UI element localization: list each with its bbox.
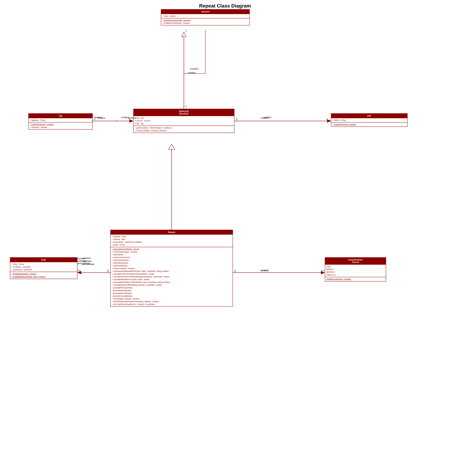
contains-date-label: contains startDate and endDate <box>77 257 90 265</box>
svg-marker-10 <box>169 144 175 149</box>
info-fields: + fullInfo : String <box>331 118 407 122</box>
repeat-method-11: + calculateForGivenYearMonthRange(YearMo… <box>112 275 231 278</box>
tag-fields: + tagName : String <box>29 118 92 122</box>
date-header: Date <box>10 258 77 262</box>
repeat-method-4: + setAmount(Amount) <box>112 256 231 259</box>
contains-amount-label: contains <box>190 67 199 70</box>
repeat-method-12: + calculateWkOrMthOrYr(Date, Date) : dou… <box>112 278 231 281</box>
contains-tag-left: contains <box>94 116 102 118</box>
repeat-method-18: - generateAnnuallyDate() <box>112 295 231 297</box>
repeat-method-19: - checkDaily(LocalDate) : boolean <box>112 297 231 300</box>
tag-header: Tag <box>29 114 92 118</box>
info-methods: + isValidInfo(String) :boolean; <box>331 122 407 127</box>
repeat-method-8: + isOn(LocalDate) : boolean <box>112 267 231 270</box>
date-method-2: + isValidDateRange(Date, Date) : boolean <box>12 275 76 278</box>
period-header-line2: Period <box>327 261 384 264</box>
info-header: Info <box>331 114 407 118</box>
amount-fields: + value : double <box>161 14 249 18</box>
period-header: «enumeration» Period <box>325 258 386 264</box>
date-class: Date + value : String + localDate : Loca… <box>10 257 77 279</box>
amount-header: Amount <box>161 10 249 14</box>
baseexp-methods: + getUICard(int) : UiPart<Region> { abst… <box>134 126 234 133</box>
repeat-method-6: + setEndDate(Date) <box>112 262 231 264</box>
date-field-1: + value : String <box>12 263 76 265</box>
svg-text:1: 1 <box>326 118 328 120</box>
repeat-fields: - startDate : Date - endDate : Date - re… <box>111 234 233 247</box>
diagram-container: Repeat Class Diagram Amount + value : do… <box>0 0 450 476</box>
repeat-field-3: - relevantDate : HashSet<LocalDate> <box>112 241 231 243</box>
info-class: Info + fullInfo : String + isValidInfo(S… <box>331 113 408 127</box>
baseexp-field-1: # info : Info <box>135 117 233 119</box>
period-class: «enumeration» Period DAILY WEEKLY MONTHL… <box>325 257 386 282</box>
contains-period-label: contains <box>261 269 268 272</box>
mult-info-1b: 1 <box>329 119 330 122</box>
period-field-4: ANNUALLY <box>326 274 385 276</box>
repeat-method-3: + setInfo(Info) <box>112 253 231 256</box>
svg-marker-4 <box>182 32 186 37</box>
period-methods: isValidPeriod(String) : boolean <box>325 277 386 281</box>
period-method-1: isValidPeriod(String) : boolean <box>326 278 385 281</box>
baseexp-header-line1: {abstract} <box>135 110 233 112</box>
tag-method-2: + isEmpty() : boolean <box>30 126 91 129</box>
repeat-method-9: + calculateDailyRepeatMonth(Date, Date) … <box>112 270 231 273</box>
mult-period-1a: 1 <box>234 269 236 272</box>
baseexp-header-line2: BaseExp <box>135 112 233 115</box>
baseexp-field-2: # amount : Amount <box>135 119 233 122</box>
amount-methods: + isValidAmount(double) : boolean + isVa… <box>161 18 249 25</box>
mult-info-1a: 1 <box>236 119 237 122</box>
info-method-1: + isValidInfo(String) :boolean; <box>332 123 406 126</box>
svg-text:2: 2 <box>79 270 80 272</box>
repeat-method-1: + generatePeriod(String) : Period <box>112 248 231 251</box>
repeat-method-20: - checkWeeklyOrMonthlyOrAnnually(LocalDa… <box>112 300 231 303</box>
diagram-title: Repeat Class Diagram <box>0 0 450 9</box>
baseexp-header: {abstract} BaseExp <box>134 109 234 116</box>
tag-class: Tag + tagName : String + isValidTagStrin… <box>28 113 93 129</box>
period-fields: DAILY WEEKLY MONTHLY ANNUALLY <box>325 264 386 277</box>
repeat-method-7: + setPeriod(String) <box>112 264 231 267</box>
repeat-method-16: - generateWeeklyDate() <box>112 289 231 292</box>
info-field-1: + fullInfo : String <box>332 119 406 122</box>
repeat-field-1: - startDate : Date <box>112 235 231 238</box>
svg-text:1: 1 <box>185 29 187 32</box>
amount-class: Amount + value : double + isValidAmount(… <box>161 9 250 25</box>
repeat-method-17: - generateMonthlyDate() <box>112 292 231 295</box>
repeat-methods: + generatePeriod(String) : Period + Chec… <box>111 247 233 306</box>
mult-tag-1b: 1 <box>116 119 117 122</box>
svg-text:contains: contains <box>188 71 196 74</box>
mult-date-2: 2 <box>77 269 79 272</box>
repeat-class: Repeat - startDate : Date - endDate : Da… <box>110 230 233 307</box>
repeat-method-21: - isOnYearMonth(YearMonth) : ArrayList <… <box>112 303 231 306</box>
period-field-1: DAILY <box>326 265 385 268</box>
date-field-2: + localDate : LocalDate <box>12 265 76 268</box>
repeat-method-2: + CheckDateRange() : boolean <box>112 251 231 253</box>
period-header-line1: «enumeration» <box>327 259 384 261</box>
date-field-3: + yearMonth : YearMonth <box>12 268 76 271</box>
baseexp-method-1: + getUICard(int) : UiPart<Region> { abst… <box>135 127 233 129</box>
mult-period-1b: 1 <box>323 269 325 272</box>
svg-text:1: 1 <box>321 270 322 272</box>
amount-method-1: + isValidAmount(double) : boolean <box>162 19 248 22</box>
repeat-method-10: + calculateForGivenYearMonth(YearMonth) … <box>112 273 231 275</box>
svg-text:1: 1 <box>185 105 187 108</box>
contains-tag-right: contains <box>121 116 129 118</box>
repeat-method-5: + setStartDate(Date) <box>112 259 231 262</box>
repeat-method-13: + calculateWkOrMthOrYrMonth(Date, Date) … <box>112 281 231 284</box>
repeat-field-4: - period : Period <box>112 243 231 246</box>
repeat-method-15: - generateRelevantDate() <box>112 286 231 289</box>
baseexp-method-2: + isOn(LocalDate) : boolean { abstract } <box>135 129 233 132</box>
repeat-field-2: - endDate : Date <box>112 238 231 241</box>
period-field-3: MONTHLY <box>326 271 385 274</box>
baseexp-field-3: # tag : Tag <box>135 122 233 125</box>
contains-info-label: contains <box>264 116 272 118</box>
mult-tag-1a: 1 <box>92 119 93 122</box>
date-method-1: + isValidDate(String) : boolean <box>12 273 76 275</box>
baseexp-class: {abstract} BaseExp # info : Info # amoun… <box>133 109 234 133</box>
repeat-header: Repeat <box>111 230 233 234</box>
date-fields: + value : String + localDate : LocalDate… <box>10 262 77 272</box>
tag-methods: + isValidTagString() : boolean + isEmpty… <box>29 122 92 129</box>
date-methods: + isValidDate(String) : boolean + isVali… <box>10 272 77 279</box>
period-field-2: WEEKLY <box>326 268 385 271</box>
tag-method-1: + isValidTagString() : boolean <box>30 123 91 126</box>
tag-field-1: + tagName : String <box>30 119 91 122</box>
baseexp-fields: # info : Info # amount : Amount # tag : … <box>134 116 234 126</box>
